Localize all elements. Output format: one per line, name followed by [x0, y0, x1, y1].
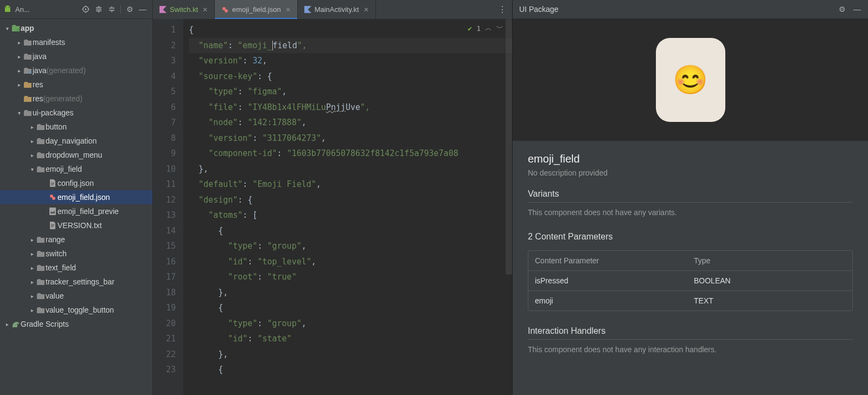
tree-config-json[interactable]: config.json	[0, 176, 152, 190]
folder-icon	[36, 279, 46, 285]
param-type: TEXT	[694, 296, 846, 305]
svg-point-6	[29, 71, 31, 73]
code-line: "name": "emoji_field",	[189, 38, 512, 54]
variants-body: This component does not have any variant…	[528, 208, 853, 217]
tree-suffix: (generated)	[43, 94, 82, 103]
svg-point-1	[6, 7, 7, 8]
table-row[interactable]: emoji TEXT	[528, 290, 852, 310]
chevron-right-icon: ▸	[28, 265, 36, 271]
tree-emoji-field-preview[interactable]: emoji_field_previe	[0, 204, 152, 218]
chevron-right-icon: ▸	[28, 307, 36, 313]
tree-label: switch	[46, 249, 67, 258]
folder-icon	[36, 237, 46, 243]
chevron-up-icon[interactable]: ︿	[485, 23, 492, 33]
folder-icon	[23, 40, 33, 46]
tree-java[interactable]: ▸java	[0, 49, 152, 63]
folder-icon	[36, 124, 46, 130]
code-body[interactable]: ✔ 1 ︿ ﹀ { "name": "emoji_field", "versio…	[183, 19, 512, 395]
minimize-icon[interactable]: —	[138, 5, 147, 14]
tree-app[interactable]: ▾ app	[0, 21, 152, 35]
root: An... ⚙ — ▾ app ▸manifests ▸java ▸java (…	[0, 0, 868, 395]
folder-icon	[23, 54, 33, 60]
tree-label: Gradle Scripts	[21, 320, 69, 328]
tree-res[interactable]: ▸res	[0, 77, 152, 92]
chevron-down-icon[interactable]: ﹀	[496, 23, 503, 33]
tree-label: ui-packages	[33, 108, 74, 117]
param-name: emoji	[535, 296, 694, 305]
svg-rect-0	[5, 9, 10, 12]
tree-label: VERSION.txt	[58, 221, 102, 230]
tree-emoji-field-dir[interactable]: ▾emoji_field	[0, 162, 152, 176]
tree-label: app	[21, 24, 34, 33]
tree-value[interactable]: ▸value	[0, 289, 152, 303]
chevron-down-icon: ▾	[3, 25, 11, 31]
svg-point-2	[9, 7, 9, 8]
target-icon[interactable]	[81, 5, 90, 14]
expand-icon[interactable]	[94, 5, 103, 14]
tree-java-generated[interactable]: ▸java (generated)	[0, 63, 152, 77]
col-parameter: Content Parameter	[535, 256, 694, 265]
panel-body: emoji_field No description provided Vari…	[513, 141, 868, 395]
gear-icon[interactable]: ⚙	[838, 5, 846, 14]
minimize-icon[interactable]: —	[853, 5, 861, 14]
scrollbar-vertical[interactable]	[506, 19, 512, 275]
check-icon: ✔	[468, 24, 472, 33]
svg-point-5	[17, 29, 19, 31]
tree-button[interactable]: ▸button	[0, 120, 152, 134]
code-line: "id": "state"	[189, 331, 512, 347]
module-icon	[11, 25, 21, 31]
chevron-right-icon: ▸	[15, 54, 23, 60]
table-row[interactable]: isPressed BOOLEAN	[528, 270, 852, 290]
chevron-right-icon: ▸	[15, 40, 23, 46]
tree-res-generated[interactable]: res (generated)	[0, 92, 152, 106]
tree-emoji-field-json[interactable]: emoji_field.json	[0, 190, 152, 204]
tree-range[interactable]: ▸range	[0, 232, 152, 247]
code-line: {	[189, 300, 512, 316]
tree-tracker-settings-bar[interactable]: ▸tracker_settings_bar	[0, 275, 152, 289]
code-line: {	[189, 223, 512, 239]
tree-gradle-scripts[interactable]: ▸Gradle Scripts	[0, 317, 152, 331]
sidebar-title[interactable]: An...	[3, 5, 81, 14]
tree-dropdown-menu[interactable]: ▸dropdown_menu	[0, 148, 152, 162]
tab-emoji-field-json[interactable]: emoji_field.json ✕	[215, 0, 298, 19]
package-description: No description provided	[528, 169, 853, 177]
tree-label: emoji_field.json	[58, 193, 110, 202]
tree-label: manifests	[33, 38, 65, 47]
tree-manifests[interactable]: ▸manifests	[0, 35, 152, 49]
param-name: isPressed	[535, 276, 694, 285]
table-header-row: Content Parameter Type	[528, 251, 852, 270]
tree-text-field[interactable]: ▸text_field	[0, 261, 152, 275]
close-icon[interactable]: ✕	[202, 6, 208, 14]
close-icon[interactable]: ✕	[363, 6, 369, 14]
json-file-icon	[48, 179, 58, 187]
folder-icon	[36, 307, 46, 313]
tab-switch-kt[interactable]: Switch.kt ✕	[153, 0, 215, 19]
relay-json-icon	[48, 193, 58, 201]
interaction-handlers-body: This component does not have any interac…	[528, 345, 853, 354]
chevron-right-icon: ▸	[28, 138, 36, 144]
problem-count: 1	[476, 24, 481, 33]
editor: Switch.kt ✕ emoji_field.json ✕ MainActiv…	[153, 0, 513, 395]
code-line: "version": "3117064273",	[189, 131, 512, 146]
code-line: },	[189, 285, 512, 301]
divider	[120, 5, 121, 14]
more-icon[interactable]: ⋮	[498, 4, 507, 15]
tree-switch[interactable]: ▸switch	[0, 247, 152, 261]
svg-point-11	[225, 9, 228, 12]
code-area[interactable]: 1234567891011121314151617181920212223 ✔ …	[153, 19, 512, 395]
close-icon[interactable]: ✕	[285, 6, 291, 14]
gear-icon[interactable]: ⚙	[125, 5, 134, 14]
kotlin-file-icon	[159, 6, 167, 13]
tree-day-navigation[interactable]: ▸day_navigation	[0, 134, 152, 148]
folder-icon	[23, 110, 33, 116]
chevron-right-icon: ▸	[15, 68, 23, 74]
editor-inspections[interactable]: ✔ 1 ︿ ﹀	[468, 23, 503, 33]
tree-ui-packages[interactable]: ▾ui-packages	[0, 106, 152, 120]
tab-mainactivity-kt[interactable]: MainActivity.kt ✕	[298, 0, 376, 19]
tree-label: java	[33, 66, 47, 75]
tree-version-txt[interactable]: VERSION.txt	[0, 218, 152, 232]
collapse-icon[interactable]	[107, 5, 116, 14]
chevron-right-icon: ▸	[28, 279, 36, 285]
tab-label: Switch.kt	[170, 5, 198, 14]
tree-value-toggle-button[interactable]: ▸value_toggle_button	[0, 303, 152, 317]
